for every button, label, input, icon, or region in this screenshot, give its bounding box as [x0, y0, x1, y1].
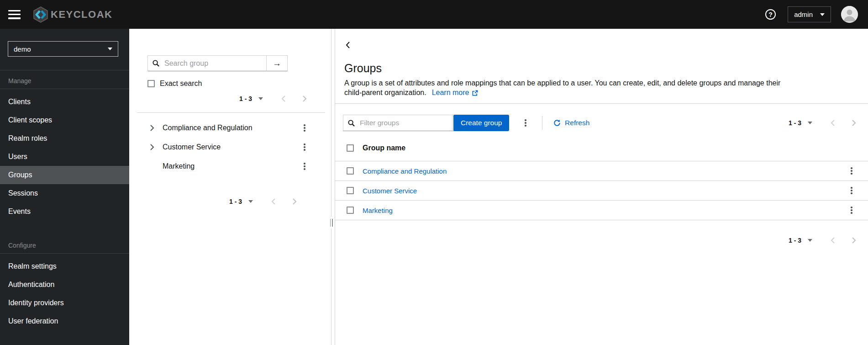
keycloak-logo-icon — [32, 6, 49, 23]
pagination-prev-button[interactable] — [831, 237, 836, 244]
search-group-input[interactable] — [163, 59, 266, 68]
sidebar-item-clients[interactable]: Clients — [0, 93, 129, 111]
row-kebab-menu-button[interactable] — [848, 165, 855, 176]
pagination-options-caret-icon[interactable] — [808, 122, 812, 124]
refresh-label: Refresh — [565, 119, 589, 127]
angle-left-icon — [271, 198, 276, 205]
groups-toolbar: → Create group Refresh 1 - 3 — [335, 104, 868, 135]
toolbar-kebab-menu-button[interactable] — [522, 117, 529, 128]
caret-down-icon — [108, 48, 112, 50]
user-menu-button[interactable]: admin — [788, 6, 831, 22]
sidebar-item-events[interactable]: Events — [0, 202, 129, 221]
learn-more-label: Learn more — [432, 89, 469, 96]
sidebar-item-users[interactable]: Users — [0, 148, 129, 166]
angle-left-icon — [345, 41, 351, 49]
nav-section-configure: Configure — [0, 221, 129, 253]
tree-pagination-bottom: 1 - 3 — [129, 198, 331, 205]
tree-item-label[interactable]: Marketing — [163, 162, 195, 170]
panel-resize-handle[interactable] — [328, 217, 334, 228]
pagination-next-button[interactable] — [292, 198, 297, 205]
search-submit-button[interactable]: → — [266, 55, 288, 71]
select-all-checkbox[interactable] — [347, 144, 354, 152]
filter-input-wrap — [343, 115, 452, 131]
hamburger-icon[interactable] — [8, 10, 21, 19]
nav-divider — [0, 253, 129, 254]
sidebar-item-client-scopes[interactable]: Client scopes — [0, 111, 129, 129]
refresh-icon — [553, 119, 561, 127]
sidebar-item-user-federation[interactable]: User federation — [0, 312, 129, 330]
exact-search-checkbox[interactable] — [147, 80, 155, 87]
group-link[interactable]: Customer Service — [363, 187, 417, 195]
group-link[interactable]: Compliance and Regulation — [363, 167, 447, 175]
brand-text: KEYCLOAK — [51, 9, 112, 21]
tree-item-label[interactable]: Compliance and Regulation — [163, 124, 253, 132]
pagination-next-button[interactable] — [851, 119, 856, 127]
row-kebab-menu-button[interactable] — [848, 205, 855, 216]
sidebar-item-realm-roles[interactable]: Realm roles — [0, 129, 129, 148]
group-link[interactable]: Marketing — [363, 207, 393, 214]
masthead-actions: ? admin — [765, 6, 858, 23]
pagination-range: 1 - 3 — [789, 119, 801, 127]
sidebar-item-realm-settings[interactable]: Realm settings — [0, 257, 129, 276]
sidebar-item-identity-providers[interactable]: Identity providers — [0, 294, 129, 312]
sidebar-item-groups[interactable]: Groups — [0, 166, 129, 184]
collapse-panel-button[interactable] — [344, 40, 352, 50]
pagination-prev-button[interactable] — [831, 119, 836, 127]
sidebar-item-authentication[interactable]: Authentication — [0, 276, 129, 294]
panel-divider — [331, 29, 331, 345]
row-kebab-menu-button[interactable] — [848, 185, 855, 196]
tree-item-label[interactable]: Customer Service — [163, 143, 221, 151]
filter-groups-input[interactable] — [359, 118, 452, 127]
nav-list-manage: Clients Client scopes Realm roles Users … — [0, 93, 129, 221]
angle-left-icon — [831, 237, 836, 244]
angle-left-icon — [831, 119, 836, 127]
main-panel: Groups A group is a set of attributes an… — [335, 29, 868, 345]
expand-toggle[interactable] — [150, 143, 156, 151]
help-icon[interactable]: ? — [765, 9, 776, 20]
kebab-menu-button[interactable] — [301, 161, 308, 172]
angle-right-icon — [851, 119, 856, 127]
pagination-next-button[interactable] — [302, 95, 307, 102]
angle-left-icon — [281, 95, 286, 102]
pagination-options-caret-icon[interactable] — [258, 97, 263, 100]
learn-more-link[interactable]: Learn more — [432, 89, 478, 96]
external-link-icon — [472, 90, 478, 96]
sidebar-item-sessions[interactable]: Sessions — [0, 184, 129, 202]
tree-search-input-wrap — [147, 55, 266, 71]
pagination-prev-button[interactable] — [281, 95, 286, 102]
exact-search-label: Exact search — [160, 80, 202, 88]
pagination-prev-button[interactable] — [271, 198, 276, 205]
nav-section-manage: Manage — [0, 70, 129, 89]
refresh-button[interactable]: Refresh — [553, 119, 589, 127]
nav-list-configure: Realm settings Authentication Identity p… — [0, 257, 129, 330]
nav-divider — [0, 89, 129, 89]
filter-groups: → — [343, 115, 448, 131]
table-pagination-bottom: 1 - 3 — [335, 237, 868, 244]
groups-tree-panel: → Exact search 1 - 3 Compliance and Regu… — [129, 29, 331, 345]
caret-down-icon — [820, 13, 825, 16]
description-line1: A group is a set of attributes and role … — [344, 79, 780, 87]
avatar[interactable] — [841, 6, 858, 23]
create-group-button[interactable]: Create group — [453, 115, 509, 131]
kebab-menu-button[interactable] — [301, 142, 308, 153]
groups-table: Group name Compliance and Regulation Cus… — [335, 135, 868, 220]
submit-arrow-icon: → — [273, 58, 281, 69]
pagination-options-caret-icon[interactable] — [248, 200, 253, 203]
tree-divider — [137, 112, 325, 113]
row-checkbox[interactable] — [347, 167, 354, 175]
row-checkbox[interactable] — [347, 187, 354, 194]
angle-right-icon — [150, 143, 154, 151]
keycloak-logo: KEYCLOAK — [32, 6, 112, 23]
row-checkbox[interactable] — [347, 207, 354, 214]
pagination-range: 1 - 3 — [239, 95, 252, 102]
angle-right-icon — [851, 237, 856, 244]
table-row: Customer Service — [335, 181, 868, 201]
table-pagination-top: 1 - 3 — [789, 119, 856, 127]
expand-toggle[interactable] — [150, 124, 156, 132]
kebab-menu-button[interactable] — [301, 122, 308, 133]
pagination-options-caret-icon[interactable] — [808, 239, 812, 242]
tree-pagination-top: 1 - 3 — [129, 95, 331, 102]
pagination-next-button[interactable] — [851, 237, 856, 244]
realm-selector[interactable]: demo — [8, 41, 118, 57]
search-icon — [348, 120, 355, 127]
